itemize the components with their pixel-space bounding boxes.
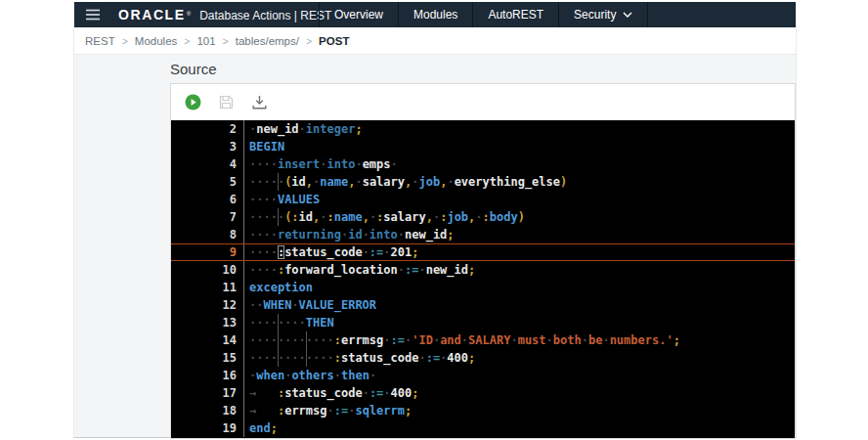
code-line-7[interactable]: 7·····(:id,·:name,·:salary,·:job,·:body) [171,208,795,226]
editor-toolbar [171,84,795,120]
breadcrumb-item-tables-emps[interactable]: tables/emps/ [236,35,299,47]
code-line-4[interactable]: 4····insert·into·emps· [171,155,795,173]
code-text: ·when·others·then· [244,367,795,384]
line-number: 13 [171,314,244,331]
tab-overview[interactable]: Overview [319,2,398,27]
code-line-15[interactable]: 15············:status_code·:=·400; [171,349,795,367]
code-line-11[interactable]: 11exception [171,279,795,296]
code-line-18[interactable]: 18→ :errmsg·:=·sqlerrm; [171,402,795,419]
code-text: → :errmsg·:=·sqlerrm; [244,402,795,419]
breadcrumb-item-101[interactable]: 101 [196,35,215,47]
code-editor[interactable]: 2·new_id·integer;3BEGIN4····insert·into·… [171,120,795,438]
code-text: ············:status_code·:=·400; [244,349,795,367]
breadcrumb-item-rest[interactable]: REST [85,35,115,47]
code-text: ············:errmsg·:=·'ID·and·SALARY·mu… [244,331,795,349]
brand-lockup: ORACLE ® Database Actions | REST [118,7,331,22]
line-number: 17 [171,384,244,402]
tab-modules[interactable]: Modules [398,2,472,27]
tab-label: Security [574,8,616,22]
code-line-5[interactable]: 5·····(id,·name,·salary,·job,·everything… [171,173,795,191]
indent-guide [278,208,279,226]
line-number: 4 [171,155,244,173]
breadcrumb-item-modules[interactable]: Modules [135,35,177,47]
line-number: 14 [171,331,244,349]
line-number: 8 [171,226,244,243]
tab-security[interactable]: Security [558,2,648,27]
save-button[interactable] [217,94,235,111]
code-text: ·new_id·integer; [244,120,795,138]
code-line-10[interactable]: 10····:forward_location·:=·new_id; [171,261,795,279]
tab-label: Modules [413,8,457,22]
line-number: 9 [171,243,244,261]
indent-guide [278,349,279,367]
download-icon [252,95,267,110]
code-text: ········THEN [244,314,795,331]
hamburger-menu-icon[interactable] [86,9,100,21]
indent-guide [278,173,279,191]
indent-guide [278,314,279,331]
database-actions-window: ORACLE ® Database Actions | REST Overvie… [73,2,797,438]
line-number: 7 [171,208,244,226]
line-number: 12 [171,296,244,314]
breadcrumb: REST>Modules>101>tables/emps/>POST [74,27,796,55]
line-number: 19 [171,419,244,437]
breadcrumb-separator: > [306,35,312,47]
code-text: ··WHEN·VALUE_ERROR [244,296,795,314]
screenshot-canvas: ORACLE ® Database Actions | REST Overvie… [0,0,868,440]
run-button[interactable] [184,94,201,111]
code-text: ····returning·id·into·new_id; [244,226,795,243]
code-text: BEGIN [244,138,795,155]
line-number: 2 [171,120,244,138]
code-line-14[interactable]: 14············:errmsg·:=·'ID·and·SALARY·… [171,331,795,349]
tab-autorest[interactable]: AutoREST [472,2,558,27]
code-text: ····:forward_location·:=·new_id; [244,261,795,279]
page-title: Source [170,61,217,77]
code-text: end; [244,419,795,437]
line-number: 16 [171,367,244,384]
line-number: 18 [171,402,244,419]
code-text: ····:status_code·:=·201; [244,243,795,261]
code-line-16[interactable]: 16·when·others·then· [171,367,795,384]
code-text: ····VALUES [244,191,795,208]
code-line-2[interactable]: 2·new_id·integer; [171,120,795,138]
code-text: exception [244,279,795,296]
code-line-6[interactable]: 6····VALUES [171,191,795,208]
source-card: 2·new_id·integer;3BEGIN4····insert·into·… [170,83,796,439]
indent-guide [306,331,307,349]
code-line-9[interactable]: 9····:status_code·:=·201; [171,243,795,261]
code-line-13[interactable]: 13········THEN [171,314,795,331]
line-number: 5 [171,173,244,191]
line-number: 15 [171,349,244,367]
breadcrumb-separator: > [122,35,128,47]
registered-mark: ® [187,11,191,17]
indent-guide [306,349,307,367]
line-number: 3 [171,138,244,155]
chevron-down-icon [623,12,632,18]
app-header: ORACLE ® Database Actions | REST Overvie… [74,2,796,27]
code-line-8[interactable]: 8····returning·id·into·new_id; [171,226,795,243]
top-nav-tabs: OverviewModulesAutoRESTSecurity [319,2,648,27]
line-number: 6 [171,191,244,208]
code-line-19[interactable]: 19end; [171,419,795,437]
line-number: 11 [171,279,244,296]
oracle-logo: ORACLE [118,7,186,22]
code-text: ·····(:id,·:name,·:salary,·:job,·:body) [244,208,795,226]
code-text: → :status_code·:=·400; [244,384,795,402]
code-line-17[interactable]: 17→ :status_code·:=·400; [171,384,795,402]
code-text: ····insert·into·emps· [244,155,795,173]
indent-guide [278,331,279,349]
code-line-12[interactable]: 12··WHEN·VALUE_ERROR [171,296,795,314]
download-button[interactable] [250,94,268,111]
page-body: Source [74,55,796,439]
code-text: ·····(id,·name,·salary,·job,·everything_… [244,173,795,191]
play-circle-icon [185,94,201,110]
breadcrumb-separator: > [184,35,190,47]
floppy-disk-icon [219,95,234,110]
product-title: Database Actions | REST [199,9,331,22]
tab-label: AutoREST [488,8,543,22]
tab-label: Overview [334,8,383,22]
breadcrumb-current: POST [319,35,349,47]
code-line-3[interactable]: 3BEGIN [171,138,795,155]
breadcrumb-separator: > [223,35,229,47]
line-number: 10 [171,261,244,279]
